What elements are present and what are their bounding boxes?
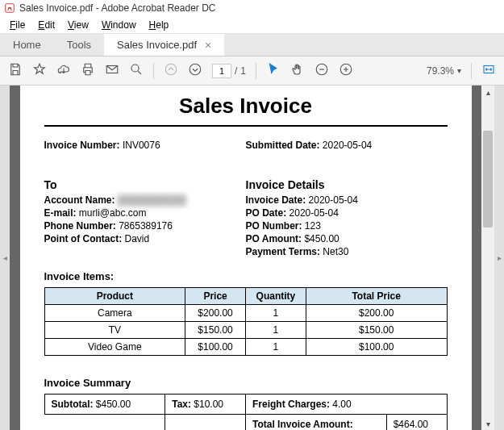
vertical-scrollbar[interactable]: ▴ ▾ — [481, 86, 494, 430]
content-area: ◂ Sales Invoice Invoice Number: INV0076 … — [0, 86, 504, 430]
account-label: Account Name: — [44, 194, 115, 206]
submitted-date: 2020-05-04 — [323, 140, 372, 151]
th-qty: Quantity — [245, 288, 306, 305]
titlebar: Sales Invoice.pdf - Adobe Acrobat Reader… — [0, 0, 504, 16]
subtotal-label: Subtotal: — [52, 399, 94, 410]
left-panel-handle[interactable]: ◂ — [0, 86, 10, 430]
menu-file[interactable]: File — [3, 19, 31, 31]
email-label: E-mail: — [44, 207, 77, 219]
pointer-icon[interactable] — [266, 62, 281, 79]
tax-label: Tax: — [172, 399, 191, 410]
inv-date-label: Invoice Date: — [246, 194, 306, 206]
total-amount: $464.00 — [386, 415, 447, 431]
svg-point-2 — [131, 65, 139, 72]
item-product: Video Game — [44, 339, 185, 356]
toolbar: / 1 79.3% ▾ — [0, 56, 504, 86]
print-icon[interactable] — [81, 62, 95, 79]
invoice-number: INV0076 — [123, 140, 160, 151]
star-icon[interactable] — [32, 62, 47, 79]
right-panel-handle[interactable]: ▸ — [494, 86, 504, 430]
items-table: Product Price Quantity Total Price Camer… — [44, 287, 448, 356]
chevron-down-icon[interactable]: ▾ — [457, 66, 461, 75]
terms-label: Payment Terms: — [246, 246, 320, 257]
svg-point-3 — [165, 64, 177, 75]
email: murli@abc.com — [79, 207, 147, 219]
item-price: $150.00 — [185, 322, 246, 339]
close-icon[interactable]: × — [205, 39, 211, 52]
po-num: 123 — [305, 220, 321, 232]
item-price: $100.00 — [185, 339, 246, 356]
summary-table: Subtotal: $450.00 Tax: $10.00 Freight Ch… — [44, 394, 448, 430]
title-rule — [44, 125, 448, 127]
page-current-input[interactable] — [212, 64, 231, 78]
item-qty: 1 — [245, 322, 306, 339]
th-product: Product — [44, 288, 185, 305]
account-name: ██████████ — [118, 194, 186, 206]
total-label: Total Invoice Amount: — [245, 415, 386, 431]
menu-window[interactable]: Window — [95, 19, 143, 31]
separator — [153, 63, 154, 79]
page-total: 1 — [240, 65, 246, 77]
cloud-icon[interactable] — [56, 62, 71, 79]
tab-home[interactable]: Home — [0, 34, 54, 56]
tab-tools[interactable]: Tools — [54, 34, 104, 56]
scroll-up-icon[interactable]: ▴ — [481, 86, 494, 98]
scroll-thumb[interactable] — [483, 131, 493, 228]
table-row: Video Game $100.00 1 $100.00 — [44, 339, 447, 356]
document-viewport[interactable]: Sales Invoice Invoice Number: INV0076 Su… — [10, 86, 481, 430]
acrobat-icon — [5, 3, 15, 13]
menu-view[interactable]: View — [61, 19, 95, 31]
item-qty: 1 — [245, 305, 306, 322]
details-heading: Invoice Details — [246, 178, 448, 191]
fit-width-icon[interactable] — [481, 62, 496, 79]
subtotal: $450.00 — [96, 399, 131, 410]
page-up-icon[interactable] — [164, 62, 178, 79]
zoom-level[interactable]: 79.3% ▾ — [427, 65, 461, 77]
invoice-number-label: Invoice Number: — [44, 140, 120, 151]
po-num-label: PO Number: — [246, 220, 302, 232]
page-down-icon[interactable] — [188, 62, 202, 79]
svg-point-4 — [190, 64, 201, 75]
tabbar: Home Tools Sales Invoice.pdf × — [0, 34, 504, 56]
po-date: 2020-05-04 — [289, 207, 339, 219]
menubar: File Edit View Window Help — [0, 16, 504, 34]
mail-icon[interactable] — [105, 62, 119, 79]
phone-label: Phone Number: — [44, 220, 116, 232]
page-indicator: / 1 — [212, 64, 246, 78]
poc: David — [125, 233, 150, 244]
search-icon[interactable] — [129, 62, 144, 79]
summary-heading: Invoice Summary — [44, 377, 448, 389]
inv-date: 2020-05-04 — [309, 194, 358, 206]
table-row: TV $150.00 1 $150.00 — [44, 322, 447, 339]
item-qty: 1 — [245, 339, 306, 356]
menu-help[interactable]: Help — [143, 19, 176, 31]
zoom-out-icon[interactable] — [314, 62, 329, 79]
hand-icon[interactable] — [290, 62, 305, 79]
po-date-label: PO Date: — [246, 207, 287, 219]
poc-label: Point of Contact: — [44, 233, 123, 244]
menu-edit[interactable]: Edit — [31, 19, 61, 31]
item-product: Camera — [44, 305, 185, 322]
po-amt: $450.00 — [304, 233, 339, 244]
tab-document[interactable]: Sales Invoice.pdf × — [104, 34, 224, 56]
item-price: $200.00 — [185, 305, 246, 322]
freight: 4.00 — [332, 399, 351, 410]
scroll-down-icon[interactable]: ▾ — [481, 417, 494, 430]
pdf-page: Sales Invoice Invoice Number: INV0076 Su… — [20, 86, 472, 430]
save-icon[interactable] — [8, 62, 23, 79]
item-total: $150.00 — [306, 322, 447, 339]
items-heading: Invoice Items: — [44, 270, 448, 282]
item-product: TV — [44, 322, 185, 339]
separator — [256, 63, 256, 79]
to-heading: To — [44, 178, 246, 191]
submitted-date-label: Submitted Date: — [246, 140, 320, 151]
scroll-track[interactable] — [481, 98, 494, 417]
th-total: Total Price — [306, 288, 447, 305]
separator — [471, 63, 472, 79]
page-sep: / — [235, 65, 237, 77]
window-title: Sales Invoice.pdf - Adobe Acrobat Reader… — [19, 2, 215, 14]
th-price: Price — [185, 288, 246, 305]
tax: $10.00 — [194, 399, 223, 410]
item-total: $100.00 — [306, 339, 447, 356]
zoom-in-icon[interactable] — [339, 62, 353, 79]
